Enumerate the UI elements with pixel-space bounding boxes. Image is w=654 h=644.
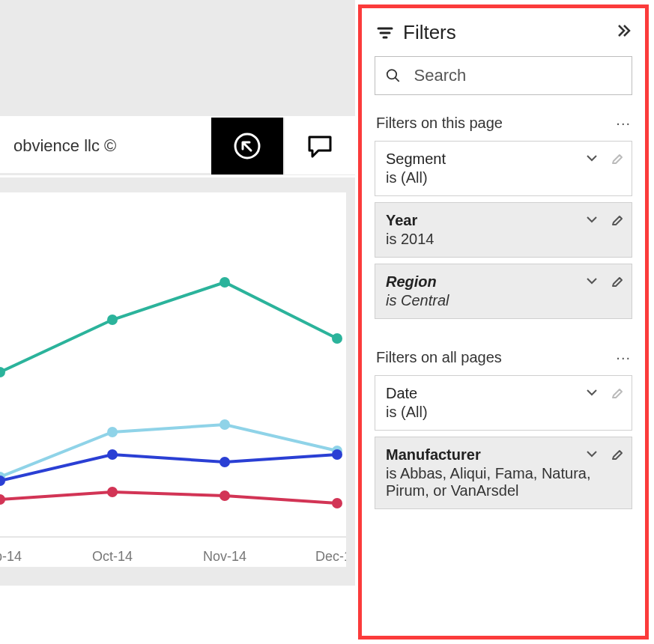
filter-clear-button[interactable]	[609, 446, 624, 465]
chart-point	[219, 419, 230, 430]
filter-name: Region	[386, 273, 597, 291]
filter-name: Manufacturer	[386, 446, 597, 464]
filter-name: Date	[386, 385, 597, 402]
x-tick-label: Nov-14	[203, 549, 246, 564]
brand-label: obvience llc ©	[0, 136, 116, 156]
line-chart[interactable]: Sep-14Oct-14Nov-14Dec-14	[0, 192, 346, 567]
filter-value: is (All)	[386, 169, 597, 186]
report-canvas-gap	[0, 570, 355, 585]
visual-toolbar: obvience llc ©	[0, 118, 355, 175]
filter-expand-button[interactable]	[585, 213, 599, 230]
eraser-icon	[609, 151, 624, 165]
filter-card[interactable]: Regionis Central	[375, 264, 632, 319]
filter-expand-button[interactable]	[585, 151, 599, 168]
filter-value: is Abbas, Aliqui, Fama, Natura, Pirum, o…	[386, 465, 597, 499]
filter-icon	[376, 24, 394, 42]
filter-card[interactable]: Dateis (All)	[375, 375, 632, 431]
filter-card[interactable]: Segmentis (All)	[375, 141, 632, 196]
svg-point-5	[387, 70, 396, 79]
filter-expand-button[interactable]	[585, 386, 599, 403]
filters-title: Filters	[403, 21, 456, 44]
eraser-icon	[609, 273, 624, 288]
filter-name: Year	[386, 212, 597, 229]
chevron-down-icon	[585, 151, 599, 165]
chart-point	[107, 487, 118, 497]
x-tick-label: Oct-14	[92, 549, 133, 564]
filters-section-page-more[interactable]: ···	[616, 115, 631, 132]
chart-point	[107, 449, 118, 460]
filters-pane: Filters Filters on this page ··· Segment…	[366, 12, 641, 632]
filter-value: is 2014	[386, 231, 597, 248]
filter-expand-button[interactable]	[585, 274, 599, 291]
chart-series-line	[0, 455, 337, 481]
chart-point	[219, 277, 230, 288]
filter-card[interactable]: Manufactureris Abbas, Aliqui, Fama, Natu…	[375, 437, 632, 509]
eraser-icon	[609, 212, 624, 227]
chart-point	[332, 449, 342, 460]
chart-point	[107, 315, 118, 325]
eraser-icon	[609, 385, 624, 400]
chart-point	[0, 494, 5, 505]
report-canvas-top	[0, 0, 355, 116]
filters-section-page-label: Filters on this page	[376, 115, 503, 132]
chart-point	[332, 498, 342, 508]
eraser-icon	[609, 446, 624, 461]
filter-value: is (All)	[386, 404, 597, 421]
filter-clear-button[interactable]	[609, 212, 624, 231]
x-tick-label: Dec-14	[315, 549, 346, 564]
svg-line-6	[395, 78, 399, 82]
chevron-down-icon	[585, 213, 599, 226]
report-canvas-bottom	[0, 585, 355, 644]
filters-section-page: Filters on this page ···	[366, 107, 641, 138]
chart-point	[219, 490, 230, 501]
chevron-down-icon	[585, 386, 599, 399]
filter-card[interactable]: Yearis 2014	[375, 202, 632, 258]
comment-icon	[305, 131, 335, 161]
chart-series-line	[0, 492, 337, 503]
filters-section-all-label: Filters on all pages	[376, 349, 502, 366]
x-tick-label: Sep-14	[0, 549, 22, 564]
filter-clear-button[interactable]	[609, 151, 624, 169]
filters-pane-header: Filters	[366, 12, 641, 52]
filters-search[interactable]	[375, 56, 632, 95]
filter-value: is Central	[386, 292, 597, 309]
filters-section-all: Filters on all pages ···	[366, 341, 641, 372]
chart-point	[332, 333, 342, 344]
filter-clear-button[interactable]	[609, 385, 624, 404]
filter-name: Segment	[386, 151, 597, 168]
comment-button[interactable]	[283, 118, 355, 174]
drill-up-button[interactable]	[211, 118, 283, 174]
line-chart-svg: Sep-14Oct-14Nov-14Dec-14	[0, 192, 346, 567]
chart-point	[107, 427, 118, 437]
chevron-down-icon	[585, 274, 599, 288]
chevron-double-right-icon	[616, 22, 632, 39]
filters-section-all-more[interactable]: ···	[616, 349, 631, 366]
drill-up-icon	[231, 130, 263, 162]
chart-series-line	[0, 282, 337, 372]
chart-point	[219, 457, 230, 467]
filter-expand-button[interactable]	[585, 447, 599, 464]
filters-search-input[interactable]	[412, 65, 621, 86]
collapse-pane-button[interactable]	[616, 22, 632, 43]
chevron-down-icon	[585, 447, 599, 461]
report-canvas-mid: Sep-14Oct-14Nov-14Dec-14	[0, 177, 355, 570]
filter-clear-button[interactable]	[609, 273, 624, 292]
search-icon	[386, 67, 400, 84]
